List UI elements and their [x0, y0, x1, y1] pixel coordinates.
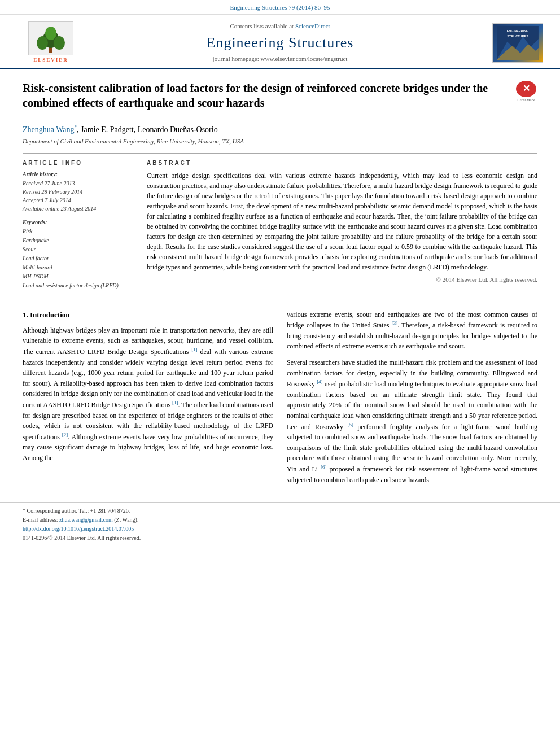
affiliation: Department of Civil and Environmental En… — [23, 137, 537, 146]
elsevier-label: ELSEVIER — [33, 56, 68, 64]
abstract-title: ABSTRACT — [147, 159, 537, 167]
body-col-left: 1. Introduction Although highway bridges… — [23, 309, 273, 491]
article-title: Risk-consistent calibration of load fact… — [23, 81, 509, 110]
crossmark-label: CrossMark — [517, 98, 535, 103]
journal-logo-area: ENGINEERING STRUCTURES — [475, 23, 543, 63]
accepted-date: Accepted 7 July 2014 — [23, 196, 135, 204]
elsevier-logo: ELSEVIER — [17, 21, 85, 64]
section-divider — [23, 300, 537, 300]
ref-4: [4] — [317, 379, 323, 385]
keywords-section: Keywords: Risk Earthquake Scour Load fac… — [23, 219, 135, 290]
citation-bar: Engineering Structures 79 (2014) 86–95 — [0, 0, 560, 15]
ref-6: [6] — [321, 464, 327, 470]
abstract-col: ABSTRACT Current bridge design specifica… — [147, 159, 537, 291]
corresponding-star: * — [75, 124, 77, 130]
journal-name: Engineering Structures — [85, 33, 475, 53]
svg-point-3 — [54, 36, 65, 50]
journal-header: ELSEVIER Contents lists available at Sci… — [0, 15, 560, 69]
ref-3: [3] — [392, 320, 398, 326]
intro-paragraph-2: various extreme events, scour and earthq… — [287, 309, 537, 352]
header-divider — [23, 153, 537, 154]
article-info-title: ARTICLE INFO — [23, 159, 135, 167]
keyword-scour: Scour — [23, 246, 135, 254]
svg-text:ENGINEERING: ENGINEERING — [507, 29, 529, 33]
author-padgett: Jamie E. Padgett — [81, 125, 134, 134]
journal-citation: Engineering Structures 79 (2014) 86–95 — [230, 4, 330, 11]
article-info-col: ARTICLE INFO Article history: Received 2… — [23, 159, 135, 291]
author-wang[interactable]: Zhenghua Wang — [23, 125, 75, 134]
authors: Zhenghua Wang*, Jamie E. Padgett, Leonar… — [23, 124, 537, 135]
abstract-text: Current bridge design specifications dea… — [147, 171, 537, 272]
keyword-lrfd: Load and resistance factor design (LRFD) — [23, 282, 135, 290]
ref-1b: [1] — [172, 400, 178, 405]
svg-point-2 — [37, 36, 48, 50]
body-columns: 1. Introduction Although highway bridges… — [23, 309, 537, 491]
sciencedirect-link[interactable]: ScienceDirect — [295, 23, 330, 29]
main-content: Risk-consistent calibration of load fact… — [0, 69, 560, 502]
body-col-right: various extreme events, scour and earthq… — [287, 309, 537, 491]
issn-note: 0141-0296/© 2014 Elsevier Ltd. All right… — [23, 534, 537, 542]
received-date: Received 27 June 2013 — [23, 180, 135, 187]
eng-struct-logo: ENGINEERING STRUCTURES — [492, 23, 543, 63]
intro-paragraph-1: Although highway bridges play an importa… — [23, 325, 273, 464]
doi-note: http://dx.doi.org/10.1016/j.engstruct.20… — [23, 525, 537, 533]
revised-date: Revised 28 February 2014 — [23, 188, 135, 196]
crossmark[interactable]: ✕ CrossMark — [515, 81, 537, 103]
article-info-abstract: ARTICLE INFO Article history: Received 2… — [23, 159, 537, 291]
corresponding-note: * Corresponding author. Tel.: +1 281 704… — [23, 507, 537, 515]
ref-5: [5] — [347, 422, 353, 427]
svg-point-4 — [45, 27, 56, 40]
keyword-risk: Risk — [23, 228, 135, 235]
ref-1: [1] — [191, 347, 198, 352]
history-label: Article history: — [23, 171, 135, 178]
crossmark-icon: ✕ — [516, 81, 536, 97]
copyright-note: © 2014 Elsevier Ltd. All rights reserved… — [147, 276, 537, 284]
intro-heading: 1. Introduction — [23, 309, 273, 321]
ref-2: [2] — [62, 432, 68, 438]
keywords-label: Keywords: — [23, 219, 135, 226]
title-row: Risk-consistent calibration of load fact… — [23, 81, 537, 118]
author-duenas: Leonardo Dueñas-Osorio — [138, 125, 218, 134]
svg-text:STRUCTURES: STRUCTURES — [507, 34, 528, 38]
intro-paragraph-3: Several researchers have studied the mul… — [287, 357, 537, 485]
keyword-earthquake: Earthquake — [23, 237, 135, 244]
author-email[interactable]: zhua.wang@gmail.com — [59, 517, 114, 523]
journal-homepage: journal homepage: www.elsevier.com/locat… — [85, 55, 475, 63]
elsevier-tree-image — [28, 21, 73, 55]
keyword-load-factor: Load factor — [23, 255, 135, 263]
doi-link[interactable]: http://dx.doi.org/10.1016/j.engstruct.20… — [23, 526, 134, 532]
footer-area: * Corresponding author. Tel.: +1 281 704… — [0, 502, 560, 547]
elsevier-logo-area: ELSEVIER — [17, 21, 85, 64]
keyword-mh-psdm: MH-PSDM — [23, 273, 135, 281]
contents-note: Contents lists available at ScienceDirec… — [85, 22, 475, 30]
available-date: Available online 23 August 2014 — [23, 205, 135, 213]
keyword-multi-hazard: Multi-hazard — [23, 264, 135, 272]
journal-header-center: Contents lists available at ScienceDirec… — [85, 22, 475, 63]
email-note: E-mail address: zhua.wang@gmail.com (Z. … — [23, 516, 537, 524]
